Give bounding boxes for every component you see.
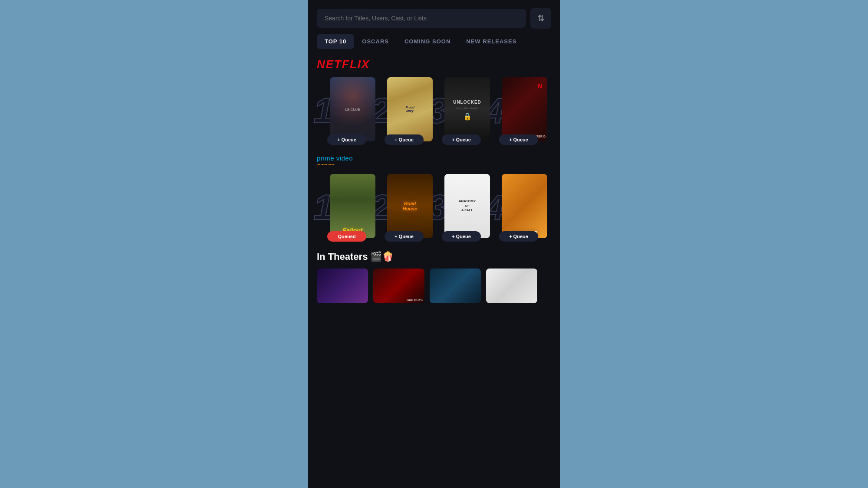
prime-poster-1[interactable]: Fallout — [330, 174, 375, 238]
theaters-row: BAD BOYS — [317, 269, 551, 303]
netflix-queue-btn-2[interactable]: + Queue — [385, 134, 424, 145]
netflix-queue-btn-4[interactable]: + Queue — [499, 134, 538, 145]
prime-movie-2: 2 RoadHouse + Queue — [378, 174, 430, 238]
netflix-movie-3: 3 UNLOCKED THE EXPERIMENT 🔒 + Queue — [436, 77, 487, 141]
prime-queue-btn-1[interactable]: Queued — [327, 231, 366, 242]
anatomy-label: ANATOMYOFA FALL — [457, 197, 478, 214]
filter-button[interactable]: ⇅ — [530, 8, 551, 29]
theater-movie-4[interactable] — [486, 269, 537, 303]
prime-poster-3[interactable]: ANATOMYOFA FALL — [444, 174, 490, 238]
prime-section: prime video ~~~~~ 1 Fallout Queued 2 Ro — [308, 154, 560, 238]
search-input[interactable] — [317, 9, 526, 28]
theater-movie-2[interactable]: BAD BOYS — [373, 269, 424, 303]
theater-movie-1[interactable] — [317, 269, 368, 303]
netflix-movie-4: 4 N WHAT JENNIFER D + Queue — [493, 77, 544, 141]
tab-top10[interactable]: TOP 10 — [317, 34, 354, 49]
in-theaters-title: In Theaters 🎬🍿 — [317, 251, 551, 262]
unlocked-label: UNLOCKED — [451, 98, 483, 106]
tab-new-releases[interactable]: NEW RELEASES — [458, 34, 524, 49]
prime-movie-3: 3 ANATOMYOFA FALL + Queue — [436, 174, 487, 238]
prime-movie-4: 4 INVINCIBLE + Queue — [493, 174, 544, 238]
search-bar-container: ⇅ — [308, 0, 560, 34]
prime-queue-btn-2[interactable]: + Queue — [385, 231, 424, 242]
prime-poster-4[interactable]: INVINCIBLE — [502, 174, 547, 238]
netflix-poster-3[interactable]: UNLOCKED THE EXPERIMENT 🔒 — [444, 77, 490, 141]
netflix-section: NETFLIX 1 LE CLUB + Queue 2 ProudMary — [308, 58, 560, 141]
netflix-poster-4[interactable]: N WHAT JENNIFER D — [502, 77, 547, 141]
tab-coming-soon[interactable]: COMING SOON — [397, 34, 458, 49]
prime-movies-row: 1 Fallout Queued 2 RoadHouse + Queue — [317, 174, 551, 238]
filter-icon: ⇅ — [538, 13, 544, 23]
in-theaters-section: In Theaters 🎬🍿 BAD BOYS — [308, 251, 560, 303]
prime-queue-btn-3[interactable]: + Queue — [442, 231, 481, 242]
netflix-movies-row: 1 LE CLUB + Queue 2 ProudMary + Queue — [317, 77, 551, 141]
road-house-label: RoadHouse — [403, 201, 418, 211]
netflix-queue-btn-1[interactable]: + Queue — [327, 134, 366, 145]
netflix-logo: NETFLIX — [317, 58, 551, 71]
netflix-poster-2[interactable]: ProudMary — [387, 77, 433, 141]
prime-queue-btn-4[interactable]: + Queue — [499, 231, 538, 242]
netflix-movie-1: 1 LE CLUB + Queue — [321, 77, 372, 141]
theater-movie-3[interactable] — [430, 269, 481, 303]
netflix-movie-2: 2 ProudMary + Queue — [378, 77, 430, 141]
prime-movie-1: 1 Fallout Queued — [321, 174, 372, 238]
netflix-poster-1[interactable]: LE CLUB — [330, 77, 375, 141]
netflix-queue-btn-3[interactable]: + Queue — [442, 134, 481, 145]
tabs-container: TOP 10 OSCARS COMING SOON NEW RELEASES — [308, 34, 560, 49]
prime-logo: prime video ~~~~~ — [317, 154, 551, 168]
tab-oscars[interactable]: OSCARS — [354, 34, 397, 49]
app-container: ⇅ TOP 10 OSCARS COMING SOON NEW RELEASES… — [308, 0, 560, 488]
prime-poster-2[interactable]: RoadHouse — [387, 174, 433, 238]
